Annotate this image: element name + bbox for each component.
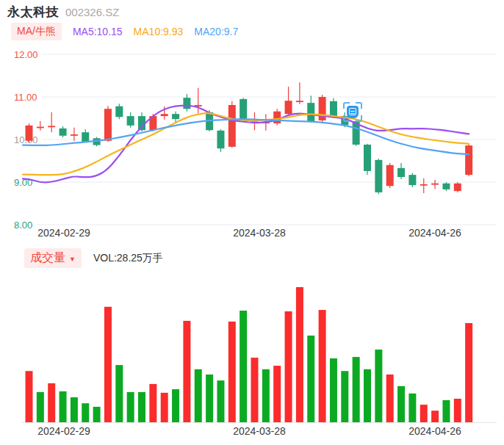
volume-dropdown-button[interactable]: 成交量 ▼ [24,248,82,268]
ma20-readout: MA20:9.7 [194,26,238,37]
seal-core [347,106,359,118]
event-seal-marker-icon[interactable] [343,102,362,122]
stock-name: 永太科技 [7,4,59,21]
x-tick-label: 2024-02-29 [37,227,90,239]
volume-chart[interactable] [0,272,504,427]
volume-dropdown-label: 成交量 [30,250,65,266]
ma5-readout: MA5:10.15 [73,26,123,37]
svg-text:8.00: 8.00 [14,220,32,231]
price-chart[interactable]: 12.0011.0010.009.008.00 [0,44,504,241]
x-tick-label: 2024-04-26 [408,425,461,437]
stock-code: 002326.SZ [65,6,119,18]
stock-chart-app: 永太科技 002326.SZ MA/牛熊 MA5:10.15 MA10:9.93… [0,0,504,445]
svg-text:11.00: 11.00 [14,92,37,103]
chevron-down-icon: ▼ [69,256,76,263]
ma10-readout: MA10:9.93 [134,26,184,37]
volume-readout: VOL:28.25万手 [93,252,163,265]
x-tick-label: 2024-02-29 [37,425,90,437]
x-tick-label: 2024-03-28 [233,425,286,437]
x-tick-label: 2024-04-26 [408,227,461,239]
svg-text:12.00: 12.00 [14,49,38,60]
ma-mode-button[interactable]: MA/牛熊 [11,23,62,40]
chart-header: 永太科技 002326.SZ [7,4,119,21]
ma-legend: MA/牛熊 MA5:10.15 MA10:9.93 MA20:9.7 [11,23,238,40]
x-tick-label: 2024-03-28 [233,227,286,239]
volume-header: 成交量 ▼ VOL:28.25万手 [24,248,163,268]
